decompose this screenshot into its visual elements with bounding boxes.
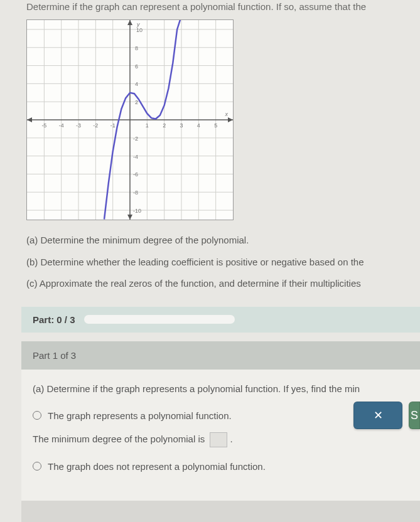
- svg-text:-2: -2: [93, 122, 98, 129]
- radio-icon[interactable]: [33, 462, 41, 471]
- option-1-label: The graph represents a polynomial functi…: [48, 410, 232, 421]
- svg-text:2: 2: [135, 99, 138, 105]
- svg-text:-3: -3: [76, 122, 81, 129]
- svg-text:-2: -2: [133, 136, 138, 142]
- close-icon: ✕: [374, 408, 383, 422]
- svg-text:4: 4: [135, 81, 138, 87]
- svg-text:y: y: [136, 21, 140, 28]
- part-1-prompt: (a) Determine if the graph represents a …: [33, 383, 409, 394]
- degree-input[interactable]: [210, 432, 227, 447]
- svg-text:5: 5: [214, 122, 217, 129]
- svg-text:-6: -6: [133, 171, 138, 178]
- minimum-label-pre: The minimum degree of the polynomial is: [33, 433, 207, 444]
- svg-text:-1: -1: [110, 122, 116, 129]
- part-b-text: (b) Determine whether the leading coeffi…: [26, 253, 420, 272]
- svg-text:-5: -5: [41, 122, 46, 129]
- svg-text:-4: -4: [133, 154, 138, 160]
- close-button[interactable]: ✕: [353, 402, 402, 429]
- graph-svg: -5 -4 -3 -2 -1 1 2 3 4 5 10 8 6 4 2 -2 -…: [27, 20, 233, 220]
- svg-text:2: 2: [163, 122, 166, 129]
- svg-text:-8: -8: [133, 189, 138, 196]
- svg-text:1: 1: [146, 122, 149, 129]
- svg-text:8: 8: [135, 45, 138, 51]
- svg-marker-25: [127, 215, 132, 220]
- svg-text:4: 4: [197, 122, 200, 129]
- svg-marker-24: [27, 117, 32, 122]
- part-1-header: Part 1 of 3: [21, 341, 420, 370]
- option-represents-polynomial[interactable]: The graph represents a polynomial functi…: [33, 410, 409, 421]
- svg-text:6: 6: [135, 63, 138, 70]
- svg-text:x: x: [225, 111, 229, 117]
- part-1-body: (a) Determine if the graph represents a …: [21, 370, 420, 501]
- radio-icon[interactable]: [33, 411, 41, 420]
- svg-text:10: 10: [136, 27, 143, 33]
- option-not-polynomial[interactable]: The graph does not represent a polynomia…: [33, 461, 409, 472]
- svg-text:-10: -10: [133, 208, 141, 214]
- svg-text:3: 3: [180, 122, 183, 129]
- secondary-button-label: S: [411, 409, 418, 422]
- option-2-label: The graph does not represent a polynomia…: [48, 461, 266, 472]
- minimum-degree-row: The minimum degree of the polynomial is …: [33, 432, 409, 447]
- action-buttons: ✕ S: [353, 402, 420, 429]
- secondary-button[interactable]: S: [409, 402, 420, 429]
- svg-marker-22: [228, 117, 233, 122]
- minimum-label-post: .: [230, 433, 232, 444]
- bottom-bar: [21, 501, 420, 522]
- svg-text:-4: -4: [59, 122, 64, 129]
- progress-bar-row: Part: 0 / 3: [21, 307, 420, 333]
- polynomial-graph: -5 -4 -3 -2 -1 1 2 3 4 5 10 8 6 4 2 -2 -…: [26, 19, 234, 220]
- part-c-text: (c) Approximate the real zeros of the fu…: [26, 275, 420, 293]
- part-a-text: (a) Determine the minimum degree of the …: [26, 232, 420, 250]
- progress-bar: [84, 315, 235, 324]
- sub-questions: (a) Determine the minimum degree of the …: [26, 232, 420, 293]
- question-intro: Determine if the graph can represent a p…: [26, 0, 420, 12]
- svg-marker-23: [127, 20, 132, 25]
- progress-label: Part: 0 / 3: [33, 314, 75, 325]
